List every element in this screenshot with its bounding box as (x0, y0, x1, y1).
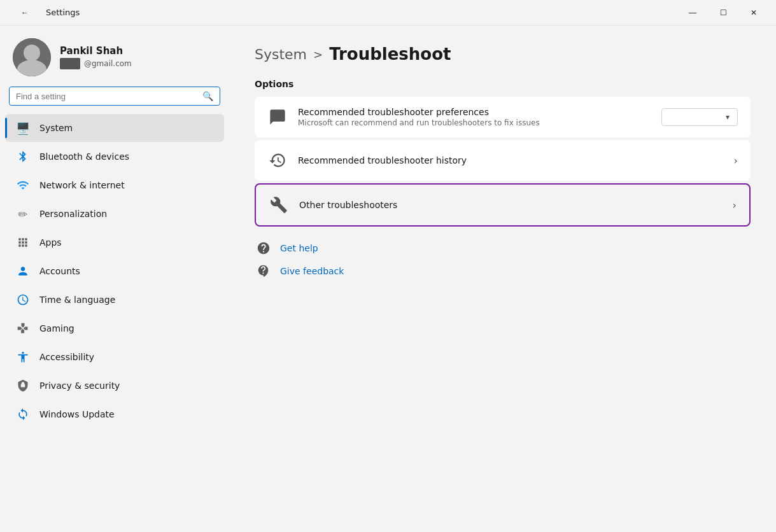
card-title-recommended-history: Recommended troubleshooter history (298, 155, 724, 165)
accessibility-icon (15, 349, 31, 365)
titlebar: ← Settings — ☐ ✕ (0, 0, 776, 25)
sidebar-item-label-accessibility: Accessibility (39, 352, 94, 362)
user-email-box (60, 58, 80, 69)
user-info: Pankil Shah @gmail.com (60, 45, 132, 69)
search-container: 🔍 (0, 87, 229, 113)
sidebar-nav: 🖥️ System Bluetooth & devices Network & … (0, 113, 229, 429)
sidebar-item-system[interactable]: 🖥️ System (5, 114, 224, 142)
sidebar-item-label-update: Windows Update (39, 409, 115, 419)
gaming-icon (15, 321, 31, 336)
user-profile[interactable]: Pankil Shah @gmail.com (0, 25, 229, 87)
sidebar-item-gaming[interactable]: Gaming (5, 314, 224, 342)
system-icon: 🖥️ (15, 120, 31, 136)
app-body: Pankil Shah @gmail.com 🔍 🖥️ System (0, 25, 776, 532)
card-item-recommended-history[interactable]: Recommended troubleshooter history › (255, 140, 751, 181)
user-name: Pankil Shah (60, 45, 132, 57)
arrow-right-icon: › (734, 155, 738, 167)
sidebar-item-network[interactable]: Network & internet (5, 171, 224, 199)
sidebar-item-label-gaming: Gaming (39, 323, 74, 333)
apps-icon (15, 235, 31, 250)
give-feedback-link[interactable]: Give feedback (255, 262, 751, 280)
card-recommended-prefs: Recommended troubleshooter preferences M… (255, 97, 751, 137)
chat-icon (267, 107, 288, 127)
sidebar-item-apps[interactable]: Apps (5, 228, 224, 256)
sidebar: Pankil Shah @gmail.com 🔍 🖥️ System (0, 25, 229, 532)
give-feedback-icon (255, 262, 272, 280)
search-box: 🔍 (9, 87, 220, 106)
avatar (13, 38, 51, 76)
get-help-link[interactable]: Get help (255, 239, 751, 257)
user-email: @gmail.com (84, 59, 132, 68)
links-section: Get help Give feedback (255, 239, 751, 280)
search-icon: 🔍 (202, 91, 213, 101)
wrench-icon (269, 195, 289, 215)
time-icon (15, 292, 31, 307)
dropdown-recommended-prefs[interactable]: ▾ (661, 108, 738, 126)
breadcrumb-current: Troubleshoot (329, 45, 451, 64)
sidebar-item-label-bluetooth: Bluetooth & devices (39, 151, 129, 162)
card-text-recommended-prefs: Recommended troubleshooter preferences M… (298, 107, 651, 127)
sidebar-item-label-accounts: Accounts (39, 266, 80, 276)
card-action-recommended-prefs: ▾ (661, 108, 738, 126)
titlebar-title: Settings (46, 8, 80, 17)
privacy-icon (15, 378, 31, 393)
sidebar-item-personalization[interactable]: ✏️ Personalization (5, 200, 224, 228)
search-input[interactable] (16, 92, 197, 101)
maximize-button[interactable]: ☐ (709, 3, 738, 23)
card-title-other-troubleshooters: Other troubleshooters (299, 200, 723, 210)
breadcrumb-arrow: > (313, 48, 323, 61)
section-label: Options (255, 79, 751, 89)
card-action-other: › (733, 199, 737, 211)
card-action-history: › (734, 155, 738, 167)
history-icon (267, 150, 288, 171)
card-other-troubleshooters: Other troubleshooters › (255, 183, 751, 227)
minimize-button[interactable]: — (678, 3, 707, 23)
titlebar-controls: — ☐ ✕ (678, 3, 768, 23)
get-help-label[interactable]: Get help (280, 243, 318, 253)
sidebar-item-label-time: Time & language (39, 295, 115, 305)
breadcrumb: System > Troubleshoot (255, 45, 751, 64)
sidebar-item-label-privacy: Privacy & security (39, 381, 120, 391)
card-text-other-troubleshooters: Other troubleshooters (299, 200, 723, 210)
get-help-icon (255, 239, 272, 257)
close-button[interactable]: ✕ (739, 3, 768, 23)
card-subtitle-recommended-prefs: Microsoft can recommend and run troubles… (298, 118, 651, 127)
sidebar-item-label-system: System (39, 123, 73, 133)
card-recommended-history: Recommended troubleshooter history › (255, 140, 751, 181)
sidebar-item-label-personalization: Personalization (39, 209, 107, 219)
network-icon (15, 178, 31, 193)
card-title-recommended-prefs: Recommended troubleshooter preferences (298, 107, 651, 117)
titlebar-left: ← Settings (10, 3, 80, 23)
sidebar-item-time[interactable]: Time & language (5, 286, 224, 314)
card-item-other-troubleshooters[interactable]: Other troubleshooters › (256, 185, 749, 225)
sidebar-item-label-network: Network & internet (39, 180, 125, 190)
sidebar-item-label-apps: Apps (39, 237, 62, 248)
personalization-icon: ✏️ (15, 206, 31, 221)
bluetooth-icon (15, 149, 31, 164)
breadcrumb-system: System (255, 46, 307, 62)
back-button[interactable]: ← (10, 3, 39, 23)
main-content: System > Troubleshoot Options Recommende… (229, 25, 776, 532)
update-icon (15, 407, 31, 422)
accounts-icon (15, 263, 31, 279)
sidebar-item-accounts[interactable]: Accounts (5, 257, 224, 285)
sidebar-item-update[interactable]: Windows Update (5, 400, 224, 428)
arrow-right-other-icon: › (733, 199, 737, 211)
card-item-recommended-prefs[interactable]: Recommended troubleshooter preferences M… (255, 97, 751, 137)
user-email-row: @gmail.com (60, 58, 132, 69)
card-text-recommended-history: Recommended troubleshooter history (298, 155, 724, 165)
give-feedback-label[interactable]: Give feedback (280, 266, 344, 276)
sidebar-item-privacy[interactable]: Privacy & security (5, 372, 224, 400)
chevron-down-icon: ▾ (726, 113, 730, 122)
sidebar-item-bluetooth[interactable]: Bluetooth & devices (5, 143, 224, 171)
sidebar-item-accessibility[interactable]: Accessibility (5, 343, 224, 371)
